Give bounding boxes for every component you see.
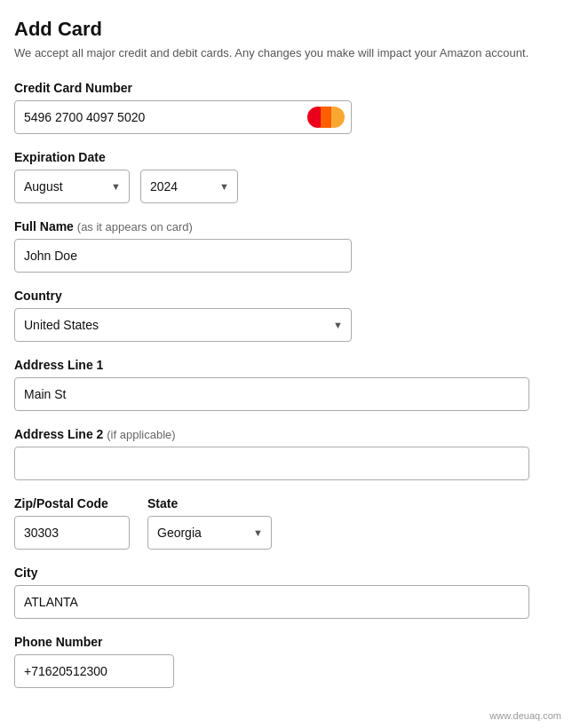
- phone-input[interactable]: [14, 654, 174, 688]
- month-select-wrapper: January February March April May June Ju…: [14, 170, 130, 203]
- phone-label: Phone Number: [14, 635, 558, 649]
- cc-number-input[interactable]: [14, 100, 352, 134]
- cc-number-group: Credit Card Number: [14, 81, 558, 134]
- fullname-note: (as it appears on card): [77, 220, 193, 233]
- page-title: Add Card: [14, 18, 558, 41]
- address1-input[interactable]: [14, 377, 529, 411]
- state-group: State Alabama Alaska Arizona Arkansas Ca…: [147, 496, 272, 550]
- expiration-label: Expiration Date: [14, 150, 558, 164]
- state-select-wrapper: Alabama Alaska Arizona Arkansas Californ…: [147, 516, 272, 550]
- fullname-group: Full Name (as it appears on card): [14, 219, 558, 273]
- zip-state-row: Zip/Postal Code State Alabama Alaska Ari…: [14, 496, 558, 550]
- address2-label: Address Line 2 (if applicable): [14, 427, 558, 441]
- address1-group: Address Line 1: [14, 358, 558, 411]
- expiry-row: January February March April May June Ju…: [14, 170, 558, 203]
- page-subtitle: We accept all major credit and debit car…: [14, 46, 558, 59]
- year-select[interactable]: 2024 2025 2026 2027 2028 2029 2030 2031 …: [140, 170, 238, 203]
- address2-group: Address Line 2 (if applicable): [14, 427, 558, 480]
- zip-state-group: Zip/Postal Code State Alabama Alaska Ari…: [14, 496, 558, 550]
- country-select-wrapper: United States Canada United Kingdom Aust…: [14, 308, 352, 342]
- city-input[interactable]: [14, 585, 529, 619]
- zip-label: Zip/Postal Code: [14, 496, 130, 510]
- address2-note: (if applicable): [107, 428, 175, 441]
- state-select[interactable]: Alabama Alaska Arizona Arkansas Californ…: [147, 516, 272, 550]
- phone-group: Phone Number: [14, 635, 558, 688]
- address2-input[interactable]: [14, 447, 529, 480]
- country-group: Country United States Canada United King…: [14, 289, 558, 342]
- country-label: Country: [14, 289, 558, 303]
- expiration-group: Expiration Date January February March A…: [14, 150, 558, 203]
- year-select-wrapper: 2024 2025 2026 2027 2028 2029 2030 2031 …: [140, 170, 238, 203]
- address2-label-text: Address Line 2: [14, 427, 103, 441]
- city-label: City: [14, 566, 558, 580]
- cc-number-label: Credit Card Number: [14, 81, 558, 95]
- fullname-label: Full Name (as it appears on card): [14, 219, 558, 233]
- city-group: City: [14, 566, 558, 619]
- address1-label: Address Line 1: [14, 358, 558, 372]
- zip-input[interactable]: [14, 516, 130, 550]
- watermark: www.deuaq.com: [489, 710, 561, 721]
- fullname-input[interactable]: [14, 239, 352, 273]
- zip-group: Zip/Postal Code: [14, 496, 130, 550]
- state-label: State: [147, 496, 272, 510]
- fullname-label-text: Full Name: [14, 219, 74, 233]
- country-select[interactable]: United States Canada United Kingdom Aust…: [14, 308, 352, 342]
- month-select[interactable]: January February March April May June Ju…: [14, 170, 130, 203]
- mastercard-icon: [307, 106, 345, 129]
- cc-number-input-wrapper: [14, 100, 352, 134]
